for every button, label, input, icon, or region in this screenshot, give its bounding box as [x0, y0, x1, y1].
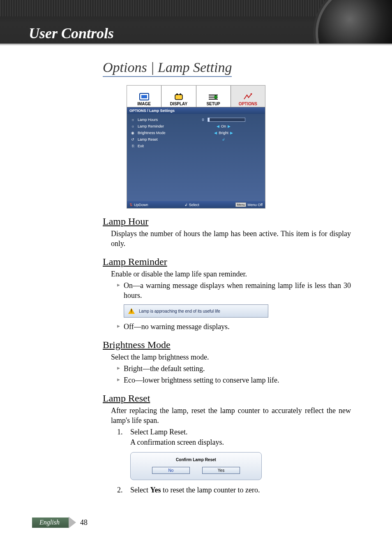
svg-rect-1 [141, 95, 147, 98]
warning-icon [128, 308, 135, 314]
svg-rect-2 [175, 95, 182, 100]
confirm-no-button[interactable]: No [152, 467, 190, 474]
osd-breadcrumb: OPTIONS / Lamp Settings [127, 107, 265, 114]
step-2-bold: Yes [150, 486, 161, 494]
osd-panel: IMAGE DISPLAY SETUP [127, 85, 265, 209]
section-title: User Controls [29, 25, 114, 42]
heading-lamp-hour: Lamp Hour [103, 216, 351, 227]
text-lamp-reset: After replacing the lamp, reset the lamp… [111, 406, 351, 426]
osd-row-label: Lamp Reset [138, 137, 183, 142]
exit-icon: ⎘ [130, 144, 135, 148]
osd-tab-image[interactable]: IMAGE [127, 86, 161, 107]
updown-icon: ⇅ [129, 203, 133, 207]
text-brightness-mode: Select the lamp brightness mode. [111, 352, 351, 362]
svg-point-4 [180, 93, 181, 95]
osd-row-lamp-reset[interactable]: ↺ Lamp Reset ↲ [130, 136, 262, 143]
step-1b: A confirmation screen displays. [130, 437, 351, 447]
osd-footer-menuoff: Menu Off [247, 203, 263, 207]
confirm-yes-button[interactable]: Yes [202, 467, 240, 474]
heading-brightness-mode: Brightness Mode [103, 339, 351, 350]
osd-row-exit[interactable]: ⎘ Exit [130, 143, 262, 149]
text-lamp-hour: Displays the number of hours the lamp ha… [111, 229, 351, 249]
confirm-title: Confirm Lamp Reset [176, 457, 216, 462]
arrow-right-icon[interactable]: ▶ [230, 131, 233, 135]
menu-pill: Menu [235, 202, 246, 207]
osd-row-label: Lamp Hours [138, 118, 183, 122]
reset-icon: ↺ [130, 137, 135, 142]
osd-value: 0 [202, 118, 204, 122]
text-lamp-reminder: Enable or disable the lamp life span rem… [111, 269, 351, 279]
lamp-icon: ☼ [130, 118, 135, 122]
step-1a: Select Lamp Reset. [130, 427, 351, 437]
setup-icon [208, 93, 219, 101]
footer-chevron-icon [69, 517, 76, 528]
arrow-right-icon[interactable]: ▶ [228, 124, 231, 128]
arrow-left-icon[interactable]: ◀ [217, 124, 219, 128]
osd-row-lamp-reminder[interactable]: ☼ Lamp Reminder ◀On▶ [130, 123, 262, 130]
osd-tab-label: IMAGE [137, 102, 151, 106]
enter-icon: ↲ [184, 203, 188, 207]
heading-lamp-reset: Lamp Reset [103, 393, 351, 404]
footer-page-number: 48 [80, 518, 88, 527]
arrow-left-icon[interactable]: ◀ [214, 131, 217, 135]
options-icon [242, 93, 254, 101]
warning-text: Lamp is approaching the end of its usefu… [139, 309, 220, 313]
image-icon [138, 93, 150, 101]
header-band: User Controls [0, 0, 392, 45]
step-2-pre: Select [130, 486, 150, 494]
osd-row-brightness-mode[interactable]: ◉ Brightness Mode ◀Bright▶ [130, 130, 262, 136]
osd-tab-setup[interactable]: SETUP [196, 86, 231, 107]
heading-lamp-reminder: Lamp Reminder [103, 256, 351, 267]
slider[interactable] [208, 118, 245, 122]
step-2: 2. Select Yes to reset the lamp counter … [117, 485, 351, 495]
lens-graphic [318, 0, 392, 45]
footer-language: English [32, 518, 69, 528]
page-title: Options | Lamp Setting [103, 60, 232, 77]
osd-row-label: Brightness Mode [138, 131, 183, 135]
osd-row-label: Exit [138, 144, 183, 148]
osd-row-lamp-hours: ☼ Lamp Hours 0 [130, 116, 262, 123]
step-2-post: to reset the lamp counter to zero. [161, 486, 260, 494]
osd-tabs: IMAGE DISPLAY SETUP [127, 86, 265, 107]
osd-footer: ⇅UpDown ↲Select MenuMenu Off [127, 201, 265, 208]
osd-tab-label: OPTIONS [239, 102, 257, 106]
osd-value: Bright [219, 131, 228, 135]
page-footer: English 48 [32, 517, 88, 528]
bullet-off: Off—no warning message displays. [117, 322, 351, 332]
osd-value: On [221, 124, 226, 128]
confirm-screenshot: Confirm Lamp Reset No Yes [130, 452, 262, 480]
osd-tab-label: DISPLAY [170, 102, 187, 106]
step-1: 1. Select Lamp Reset. A confirmation scr… [117, 427, 351, 447]
bullet-on: On—a warning message displays when remai… [117, 281, 351, 301]
osd-body: ☼ Lamp Hours 0 ☼ Lamp Reminder ◀On▶ ◉ Br… [127, 114, 265, 201]
enter-icon[interactable]: ↲ [222, 137, 225, 142]
brightness-icon: ◉ [130, 131, 135, 135]
osd-footer-updown: UpDown [134, 203, 148, 207]
svg-point-8 [214, 95, 217, 99]
osd-tab-options[interactable]: OPTIONS [231, 86, 265, 107]
display-icon [173, 93, 184, 101]
bullet-eco: Eco—lower brightness setting to conserve… [117, 375, 351, 385]
lamp-icon: ☼ [130, 124, 135, 128]
warning-screenshot: Lamp is approaching the end of its usefu… [124, 304, 268, 318]
osd-tab-label: SETUP [206, 102, 220, 106]
svg-point-3 [176, 93, 178, 95]
osd-row-label: Lamp Reminder [138, 124, 183, 128]
bullet-bright: Bright—the default setting. [117, 364, 351, 374]
osd-tab-display[interactable]: DISPLAY [161, 86, 196, 107]
osd-footer-select: Select [189, 203, 199, 207]
